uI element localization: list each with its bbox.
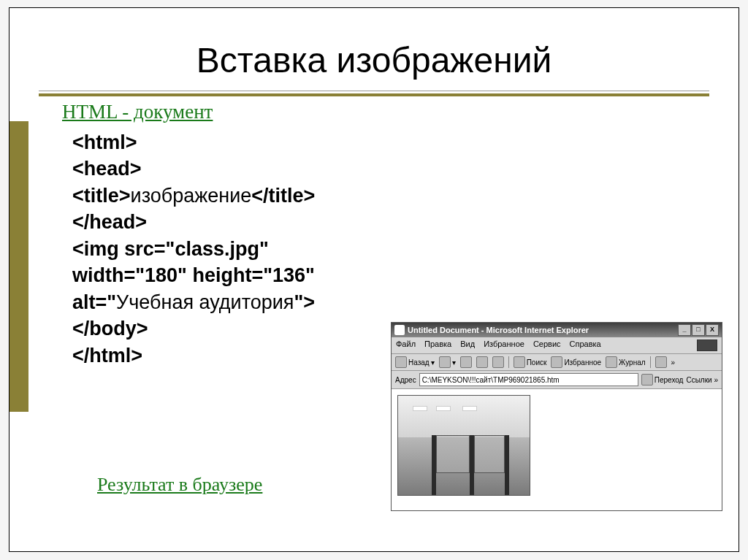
maximize-button[interactable]: □ [692, 324, 705, 336]
back-button[interactable]: Назад ▾ [395, 356, 435, 368]
code-text: Учебная аудитория [116, 291, 294, 313]
toolbar-overflow[interactable]: » [671, 358, 676, 367]
mail-icon[interactable] [655, 356, 667, 368]
code-line: width="180" height="136" [72, 264, 315, 286]
go-button[interactable]: Переход [641, 374, 684, 386]
forward-icon [439, 356, 451, 368]
journal-label: Журнал [619, 358, 646, 367]
window-title: Untitled Document - Microsoft Internet E… [408, 326, 589, 334]
search-label: Поиск [527, 358, 547, 367]
menu-help[interactable]: Справка [570, 340, 601, 351]
slide-title: Вставка изображений [9, 40, 739, 80]
menubar: Файл Правка Вид Избранное Сервис Справка [392, 337, 722, 354]
code-line: </title> [251, 185, 315, 207]
close-button[interactable]: X [706, 324, 719, 336]
history-icon [606, 356, 617, 368]
back-label: Назад [408, 358, 430, 367]
browser-window: Untitled Document - Microsoft Internet E… [391, 322, 722, 511]
go-label: Переход [654, 376, 684, 384]
address-bar: Адрес Переход Ссылки » [392, 371, 722, 389]
toolbar: Назад ▾ ▾ Поиск Избранное Журнал » [392, 354, 722, 371]
star-icon [551, 356, 562, 368]
classroom-image [397, 395, 530, 496]
menu-view[interactable]: Вид [460, 340, 475, 351]
refresh-icon[interactable] [476, 356, 488, 368]
address-label: Адрес [395, 376, 416, 384]
code-line: <head> [72, 158, 142, 180]
code-line: <html> [72, 131, 137, 153]
code-line: alt=" [72, 291, 116, 313]
code-line: </body> [72, 318, 148, 340]
address-input[interactable] [419, 373, 638, 386]
home-icon[interactable] [492, 356, 504, 368]
left-accent-bar [9, 121, 28, 412]
journal-button[interactable]: Журнал [606, 356, 646, 368]
minimize-button[interactable]: _ [678, 324, 691, 336]
menu-edit[interactable]: Правка [424, 340, 451, 351]
code-text: изображение [131, 185, 252, 207]
go-icon [641, 374, 653, 386]
search-icon [514, 356, 525, 368]
menu-tools[interactable]: Сервис [533, 340, 561, 351]
titlebar[interactable]: Untitled Document - Microsoft Internet E… [392, 323, 722, 337]
stop-icon[interactable] [460, 356, 472, 368]
links-bar[interactable]: Ссылки » [686, 376, 718, 384]
code-line: "> [294, 291, 315, 313]
search-button[interactable]: Поиск [514, 356, 547, 368]
divider [39, 91, 709, 96]
favorites-label: Избранное [564, 358, 601, 367]
menu-file[interactable]: Файл [396, 340, 416, 351]
code-line: <title> [72, 185, 131, 207]
slide: Вставка изображений HTML - документ <htm… [9, 7, 739, 552]
section-heading-html-document: HTML - документ [62, 101, 739, 123]
ie-icon [394, 325, 405, 335]
code-line: </head> [72, 211, 147, 233]
windows-logo-icon [697, 340, 717, 351]
code-line: </html> [72, 345, 142, 367]
code-line: <img src="class.jpg" [72, 238, 269, 260]
favorites-button[interactable]: Избранное [551, 356, 601, 368]
menu-favorites[interactable]: Избранное [484, 340, 524, 351]
section-heading-result: Результат в браузере [97, 474, 262, 496]
page-content [392, 389, 722, 510]
back-icon [395, 356, 407, 368]
forward-button[interactable]: ▾ [439, 356, 456, 368]
